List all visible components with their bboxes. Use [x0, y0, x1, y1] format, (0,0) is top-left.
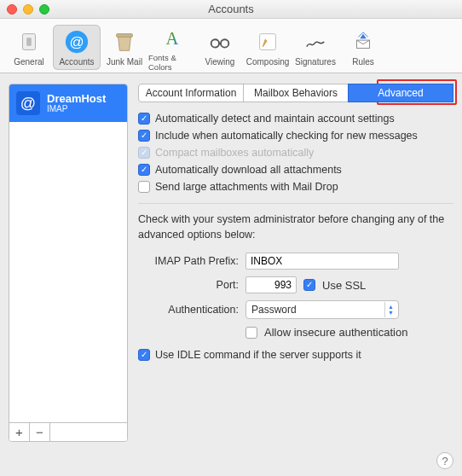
check-label: Automatically detect and maintain accoun… [155, 113, 395, 125]
tab-account-information[interactable]: Account Information [138, 84, 244, 102]
checkbox-icon [138, 113, 150, 125]
compose-icon [254, 28, 281, 55]
sidebar-footer-spacer [50, 423, 127, 441]
remove-account-button[interactable]: − [30, 423, 50, 441]
svg-rect-4 [117, 34, 133, 38]
tool-label: Junk Mail [107, 57, 142, 67]
check-mail-drop[interactable]: Send large attachments with Mail Drop [138, 181, 453, 193]
tool-general[interactable]: General [5, 25, 53, 70]
tool-junk-mail[interactable]: Junk Mail [101, 25, 148, 70]
checkbox-icon [138, 130, 150, 142]
tool-fonts-colors[interactable]: A Fonts & Colors [148, 20, 196, 75]
check-label: Automatically download all attachments [155, 164, 342, 176]
tool-composing[interactable]: Composing [244, 25, 292, 70]
at-icon: @ [16, 91, 40, 115]
at-icon: @ [63, 28, 90, 55]
imap-prefix-input[interactable] [245, 253, 399, 270]
tool-accounts[interactable]: @ Accounts [53, 25, 101, 70]
tool-label: General [14, 57, 44, 67]
checkbox-icon[interactable] [138, 349, 150, 361]
use-idle-label[interactable]: Use IDLE command if the server supports … [155, 349, 361, 361]
checkbox-icon [138, 181, 150, 193]
tool-viewing[interactable]: Viewing [196, 25, 244, 70]
account-protocol: IMAP [47, 104, 106, 113]
signature-icon [302, 28, 329, 55]
svg-text:@: @ [69, 34, 84, 50]
tool-signatures[interactable]: Signatures [292, 25, 339, 70]
tool-label: Rules [352, 57, 374, 67]
checkbox-icon [138, 164, 150, 176]
chevron-updown-icon: ▲▼ [384, 302, 396, 317]
authentication-value: Password [251, 304, 297, 316]
check-label: Include when automatically checking for … [155, 130, 418, 142]
svg-rect-1 [26, 38, 32, 45]
check-download-attachments[interactable]: Automatically download all attachments [138, 164, 453, 176]
tool-rules[interactable]: Rules [339, 25, 387, 70]
check-label: Send large attachments with Mail Drop [155, 181, 338, 193]
allow-insecure-label[interactable]: Allow insecure authentication [264, 326, 407, 339]
preferences-toolbar: General @ Accounts Junk Mail A Fonts & C… [0, 19, 462, 73]
tab-mailbox-behaviors[interactable]: Mailbox Behaviors [243, 84, 349, 102]
tool-label: Signatures [295, 57, 336, 67]
tool-label: Fonts & Colors [148, 53, 196, 72]
switch-icon [15, 28, 43, 55]
imap-prefix-label: IMAP Path Prefix: [138, 255, 239, 267]
tool-label: Composing [246, 57, 290, 67]
svg-point-7 [221, 39, 228, 47]
titlebar[interactable]: Accounts [0, 0, 462, 19]
divider [138, 203, 453, 204]
tool-label: Accounts [59, 57, 94, 67]
checkbox-icon [138, 147, 150, 159]
tool-label: Viewing [205, 57, 235, 67]
tab-advanced[interactable]: Advanced [348, 84, 453, 102]
add-account-button[interactable]: + [9, 423, 30, 441]
check-include-auto-check[interactable]: Include when automatically checking for … [138, 130, 453, 142]
sidebar-empty [9, 122, 127, 422]
authentication-label: Authentication: [138, 304, 239, 316]
checkbox-icon[interactable] [245, 327, 257, 339]
use-ssl-label[interactable]: Use SSL [322, 279, 366, 292]
port-label: Port: [138, 279, 239, 291]
check-label: Compact mailboxes automatically [155, 147, 314, 159]
rules-icon [349, 28, 377, 55]
glasses-icon [206, 28, 234, 55]
account-tabs: Account Information Mailbox Behaviors Ad… [138, 84, 453, 102]
account-name: DreamHost [47, 93, 106, 104]
trash-icon [111, 28, 138, 55]
window-title: Accounts [0, 3, 462, 15]
admin-note: Check with your system administrator bef… [138, 212, 453, 242]
accounts-sidebar: @ DreamHost IMAP + − [9, 84, 128, 442]
help-button[interactable]: ? [436, 452, 453, 469]
port-input[interactable] [245, 276, 297, 293]
account-item[interactable]: @ DreamHost IMAP [9, 84, 127, 122]
check-auto-detect[interactable]: Automatically detect and maintain accoun… [138, 113, 453, 125]
svg-point-6 [211, 39, 219, 47]
svg-text:A: A [166, 28, 179, 47]
checkbox-icon[interactable] [303, 279, 315, 291]
check-compact-mailboxes: Compact mailboxes automatically [138, 147, 453, 159]
authentication-select[interactable]: Password ▲▼ [245, 300, 399, 319]
font-icon: A [159, 24, 186, 51]
svg-rect-8 [260, 34, 276, 50]
